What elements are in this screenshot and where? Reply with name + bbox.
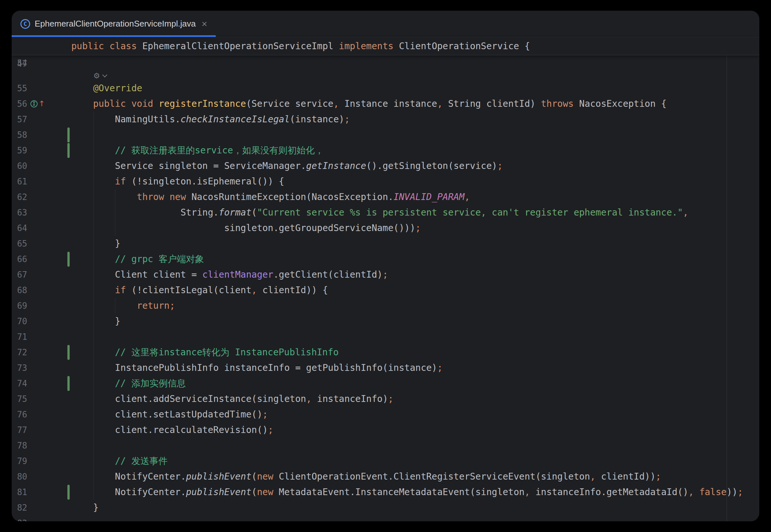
line-number[interactable]: 61: [12, 174, 27, 189]
code-line[interactable]: 55 @Override: [12, 81, 759, 96]
code-token: ;: [656, 471, 661, 482]
code-token: new: [257, 487, 274, 497]
line-number[interactable]: 81: [12, 484, 27, 500]
code-text: public void registerInstance(Service ser…: [71, 96, 667, 112]
line-number[interactable]: 74: [12, 376, 27, 391]
code-line[interactable]: 81 NotifyCenter.publishEvent(new Metadat…: [12, 484, 759, 500]
code-token: new: [257, 471, 274, 482]
code-line[interactable]: 79 // 发送事件: [12, 453, 759, 469]
code-token: publishEvent: [186, 487, 252, 497]
code-line[interactable]: 65 }: [12, 236, 759, 251]
code-line[interactable]: 64 singleton.getGroupedServiceName()));: [12, 220, 759, 236]
code-line[interactable]: 74 // 添加实例信息: [12, 376, 759, 391]
line-number[interactable]: 66: [12, 251, 27, 267]
line-number[interactable]: 77: [12, 422, 27, 438]
code-line[interactable]: 71: [12, 329, 759, 345]
line-number[interactable]: 63: [12, 205, 27, 220]
code-line[interactable]: 58: [12, 127, 759, 143]
code-line[interactable]: 83: [12, 515, 759, 521]
code-text: @Override: [71, 81, 142, 96]
code-line[interactable]: 56I↑ public void registerInstance(Servic…: [12, 96, 759, 112]
code-text: client.recalculateRevision();: [71, 422, 274, 438]
up-arrow-icon: ↑: [39, 100, 45, 107]
code-line[interactable]: 62 throw new NacosRuntimeException(Nacos…: [12, 189, 759, 205]
code-line[interactable]: 63 String.format("Current service %s is …: [12, 205, 759, 220]
code-token: new: [169, 192, 186, 202]
code-token: clientId)) {: [257, 285, 328, 295]
code-token: )): [727, 487, 738, 497]
line-number[interactable]: 73: [12, 360, 27, 376]
line-number[interactable]: 72: [12, 345, 27, 360]
vcs-change-marker[interactable]: [67, 127, 70, 142]
code-token: ;: [344, 114, 350, 125]
code-token: MetadataEvent.InstanceMetadataEvent(sing…: [274, 487, 524, 497]
code-text: Client client = clientManager.getClient(…: [71, 267, 388, 283]
code-line[interactable]: 76 client.setLastUpdatedTime();: [12, 407, 759, 422]
line-number[interactable]: 79: [12, 453, 27, 469]
code-token: // 这里将instance转化为 InstancePublishInfo: [115, 347, 339, 358]
code-line[interactable]: 60 Service singleton = ServiceManager.ge…: [12, 158, 759, 174]
code-line[interactable]: 61 if (!singleton.isEphemeral()) {: [12, 174, 759, 189]
code-token: Client client =: [71, 269, 203, 280]
line-number[interactable]: 60: [12, 158, 27, 174]
code-token: [71, 98, 93, 109]
code-line[interactable]: 69 return;: [12, 298, 759, 314]
line-number[interactable]: 47: [12, 55, 27, 73]
code-line[interactable]: 57 NamingUtils.checkInstanceIsLegal(inst…: [12, 112, 759, 127]
sticky-line[interactable]: 47 public class EphemeralClientOperation…: [12, 37, 759, 55]
code-token: (instance): [290, 114, 344, 125]
code-line[interactable]: 66 // grpc 客户端对象: [12, 251, 759, 267]
code-line[interactable]: 77 client.recalculateRevision();: [12, 422, 759, 438]
code-line[interactable]: 72 // 这里将instance转化为 InstancePublishInfo: [12, 345, 759, 360]
line-number[interactable]: 69: [12, 298, 27, 314]
line-number[interactable]: 71: [12, 329, 27, 345]
vcs-change-marker[interactable]: [67, 252, 70, 267]
vcs-change-marker[interactable]: [67, 376, 70, 391]
code-token: ,: [306, 393, 312, 404]
vcs-change-marker[interactable]: [67, 143, 70, 158]
code-line[interactable]: 73 InstancePublishInfo instanceInfo = ge…: [12, 360, 759, 376]
line-number[interactable]: 59: [12, 143, 27, 158]
code-line[interactable]: 82 }: [12, 500, 759, 515]
inlay-hint-icon[interactable]: ⚙: [93, 71, 106, 81]
code-token: (: [252, 487, 257, 497]
code-token: // grpc 客户端对象: [115, 254, 204, 264]
code-line[interactable]: 78: [12, 438, 759, 453]
line-number[interactable]: 65: [12, 236, 27, 251]
code-text: NamingUtils.checkInstanceIsLegal(instanc…: [71, 112, 350, 127]
active-tab-underline: [12, 35, 216, 37]
code-token: [71, 192, 137, 202]
tab-ephemeral-client-operation-service-impl[interactable]: C EphemeralClientOperationServiceImpl.ja…: [12, 11, 216, 37]
line-number[interactable]: 58: [12, 127, 27, 143]
line-number[interactable]: 67: [12, 267, 27, 283]
code-line[interactable]: 59 // 获取注册表里的service，如果没有则初始化，: [12, 143, 759, 158]
code-line[interactable]: 67 Client client = clientManager.getClie…: [12, 267, 759, 283]
line-number[interactable]: 70: [12, 314, 27, 329]
line-number[interactable]: 62: [12, 189, 27, 205]
code-line[interactable]: 54: [12, 55, 759, 71]
code-line[interactable]: 75 client.addServiceInstance(singleton, …: [12, 391, 759, 407]
line-number[interactable]: 75: [12, 391, 27, 407]
line-number[interactable]: 68: [12, 283, 27, 298]
line-number[interactable]: 76: [12, 407, 27, 422]
close-icon[interactable]: ×: [202, 19, 207, 29]
code-token: registerInstance: [159, 98, 246, 109]
code-token: (: [252, 207, 257, 218]
vcs-change-marker[interactable]: [67, 485, 70, 500]
editor-body[interactable]: 54⚙55 @Override56I↑ public void register…: [12, 55, 759, 521]
line-number[interactable]: 80: [12, 469, 27, 484]
code-line[interactable]: 70 }: [12, 314, 759, 329]
code-token: ;: [497, 161, 503, 171]
code-token: throw: [137, 192, 164, 202]
line-number[interactable]: 64: [12, 220, 27, 236]
code-token: [164, 192, 170, 202]
code-line[interactable]: 68 if (!clientIsLegal(client, clientId))…: [12, 283, 759, 298]
line-number[interactable]: 78: [12, 438, 27, 453]
code-token: publishEvent: [186, 471, 252, 482]
line-number[interactable]: 83: [12, 515, 27, 521]
vcs-change-marker[interactable]: [67, 345, 70, 360]
code-line[interactable]: 80 NotifyCenter.publishEvent(new ClientO…: [12, 469, 759, 484]
line-number[interactable]: 57: [12, 112, 27, 127]
line-number[interactable]: 82: [12, 500, 27, 515]
code-text: if (!singleton.isEphemeral()) {: [71, 174, 284, 189]
